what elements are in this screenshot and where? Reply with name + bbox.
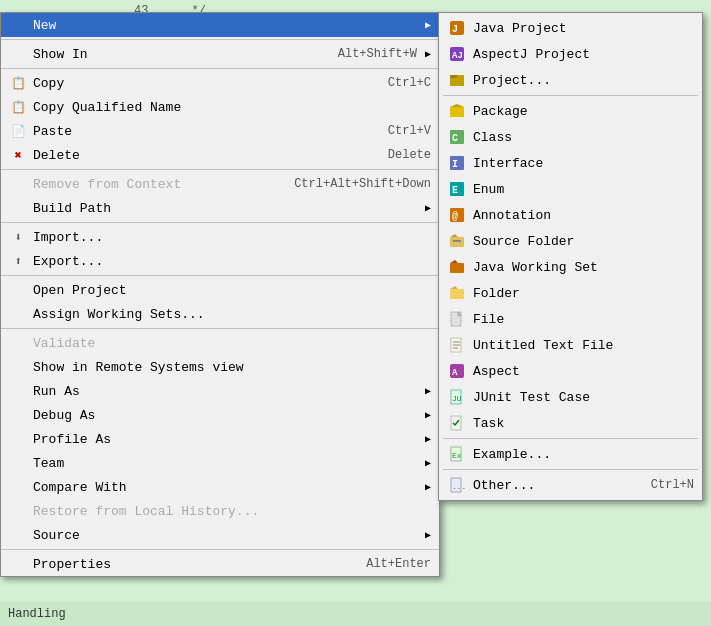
submenu-sep-2 (443, 438, 698, 439)
svg-text:J: J (452, 24, 458, 35)
svg-marker-17 (450, 234, 458, 237)
svg-rect-21 (450, 289, 464, 299)
package-icon (447, 101, 467, 121)
menu-item-build-path-label: Build Path (33, 201, 417, 216)
submenu-folder[interactable]: Folder (439, 280, 702, 306)
submenu-junit[interactable]: JU JUnit Test Case (439, 384, 702, 410)
show-remote-icon (9, 358, 27, 376)
submenu-enum[interactable]: E Enum (439, 176, 702, 202)
menu-item-source[interactable]: Source ▶ (1, 523, 439, 547)
submenu-example[interactable]: Ex Example... (439, 441, 702, 467)
submenu-java-project-label: Java Project (473, 21, 694, 36)
submenu-aspectj-project[interactable]: AJ AspectJ Project (439, 41, 702, 67)
separator-5 (1, 275, 439, 276)
menu-item-assign-working-label: Assign Working Sets... (33, 307, 431, 322)
menu-item-show-remote[interactable]: Show in Remote Systems view (1, 355, 439, 379)
run-as-arrow: ▶ (425, 385, 431, 397)
submenu-other-label: Other... (473, 478, 651, 493)
menu-item-debug-as[interactable]: Debug As ▶ (1, 403, 439, 427)
assign-working-icon (9, 305, 27, 323)
menu-item-new-label: New (33, 18, 417, 33)
submenu-source-folder-label: Source Folder (473, 234, 694, 249)
svg-text:A: A (452, 368, 458, 378)
menu-item-profile-as[interactable]: Profile As ▶ (1, 427, 439, 451)
menu-item-open-project[interactable]: Open Project (1, 278, 439, 302)
submenu-java-project[interactable]: J Java Project (439, 15, 702, 41)
menu-item-paste[interactable]: 📄 Paste Ctrl+V (1, 119, 439, 143)
svg-text:...: ... (452, 482, 465, 491)
separator-7 (1, 549, 439, 550)
submenu-project[interactable]: Project... (439, 67, 702, 93)
java-working-set-icon (447, 257, 467, 277)
submenu-java-working-set[interactable]: Java Working Set (439, 254, 702, 280)
menu-item-run-as[interactable]: Run As ▶ (1, 379, 439, 403)
submenu-task[interactable]: Task (439, 410, 702, 436)
source-arrow: ▶ (425, 529, 431, 541)
submenu-package[interactable]: Package (439, 98, 702, 124)
java-project-icon: J (447, 18, 467, 38)
submenu-arrow: ▶ (425, 19, 431, 31)
menu-item-copy-qualified-label: Copy Qualified Name (33, 100, 431, 115)
svg-rect-18 (453, 240, 461, 242)
svg-rect-19 (450, 263, 464, 273)
annotation-icon: @ (447, 205, 467, 225)
untitled-text-icon (447, 335, 467, 355)
menu-item-compare-with[interactable]: Compare With ▶ (1, 475, 439, 499)
class-icon: C (447, 127, 467, 147)
open-project-icon (9, 281, 27, 299)
submenu-aspect[interactable]: A Aspect (439, 358, 702, 384)
copy-icon: 📋 (9, 74, 27, 92)
submenu-junit-label: JUnit Test Case (473, 390, 694, 405)
submenu-untitled-text[interactable]: Untitled Text File (439, 332, 702, 358)
file-icon (447, 309, 467, 329)
svg-rect-6 (450, 107, 464, 117)
submenu-class[interactable]: C Class (439, 124, 702, 150)
status-text: Handling (8, 607, 66, 621)
submenu-file[interactable]: File (439, 306, 702, 332)
menu-item-import[interactable]: ⬇ Import... (1, 225, 439, 249)
svg-text:JU: JU (452, 394, 462, 403)
submenu-other-shortcut: Ctrl+N (651, 478, 694, 492)
menu-item-remove-context-label: Remove from Context (33, 177, 274, 192)
submenu-other[interactable]: ... Other... Ctrl+N (439, 472, 702, 498)
remove-context-icon (9, 175, 27, 193)
import-icon: ⬇ (9, 228, 27, 246)
menu-item-export[interactable]: ⬆ Export... (1, 249, 439, 273)
build-path-arrow: ▶ (425, 202, 431, 214)
menu-item-compare-with-label: Compare With (33, 480, 417, 495)
menu-item-show-in[interactable]: Show In Alt+Shift+W ▶ (1, 42, 439, 66)
profile-as-icon (9, 430, 27, 448)
submenu-source-folder[interactable]: Source Folder (439, 228, 702, 254)
menu-item-copy[interactable]: 📋 Copy Ctrl+C (1, 71, 439, 95)
new-icon (9, 16, 27, 34)
menu-item-team[interactable]: Team ▶ (1, 451, 439, 475)
menu-item-properties[interactable]: Properties Alt+Enter (1, 552, 439, 576)
team-arrow: ▶ (425, 457, 431, 469)
menu-item-copy-qualified[interactable]: 📋 Copy Qualified Name (1, 95, 439, 119)
submenu-java-working-set-label: Java Working Set (473, 260, 694, 275)
menu-item-build-path[interactable]: Build Path ▶ (1, 196, 439, 220)
menu-item-validate-label: Validate (33, 336, 431, 351)
delete-icon: ✖ (9, 146, 27, 164)
menu-item-delete[interactable]: ✖ Delete Delete (1, 143, 439, 167)
menu-item-new[interactable]: New ▶ (1, 13, 439, 37)
show-in-shortcut: Alt+Shift+W (338, 47, 417, 61)
svg-marker-22 (450, 286, 458, 289)
menu-item-remove-context: Remove from Context Ctrl+Alt+Shift+Down (1, 172, 439, 196)
profile-as-arrow: ▶ (425, 433, 431, 445)
junit-icon: JU (447, 387, 467, 407)
team-icon (9, 454, 27, 472)
svg-text:C: C (452, 133, 458, 144)
menu-item-properties-label: Properties (33, 557, 346, 572)
context-menu: New ▶ Show In Alt+Shift+W ▶ 📋 Copy Ctrl+… (0, 12, 440, 577)
menu-item-source-label: Source (33, 528, 417, 543)
menu-item-assign-working[interactable]: Assign Working Sets... (1, 302, 439, 326)
source-folder-icon (447, 231, 467, 251)
submenu-annotation[interactable]: @ Annotation (439, 202, 702, 228)
submenu-interface[interactable]: I Interface (439, 150, 702, 176)
remove-context-shortcut: Ctrl+Alt+Shift+Down (294, 177, 431, 191)
aspect-icon: A (447, 361, 467, 381)
paste-icon: 📄 (9, 122, 27, 140)
example-icon: Ex (447, 444, 467, 464)
other-icon: ... (447, 475, 467, 495)
